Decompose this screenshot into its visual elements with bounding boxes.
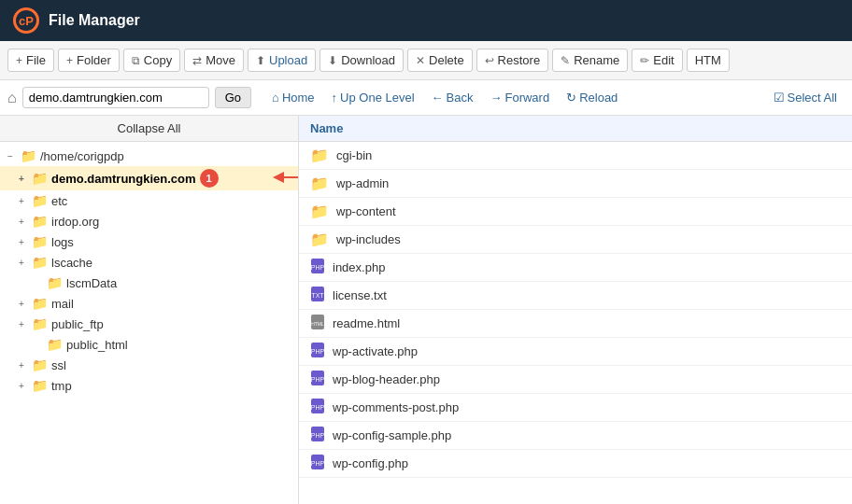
file-row[interactable]: PHP wp-blog-header.php — [299, 366, 852, 394]
file-name: wp-includes — [336, 232, 401, 246]
rename-button[interactable]: ✎ Rename — [552, 49, 628, 72]
home-btn-icon: ⌂ — [272, 91, 279, 105]
name-column-header: Name — [310, 121, 343, 135]
svg-text:PHP: PHP — [311, 264, 325, 271]
file-name: wp-activate.php — [333, 344, 418, 358]
new-file-button[interactable]: + File — [7, 49, 54, 72]
etc-label: etc — [51, 194, 67, 208]
sidebar-item-logs[interactable]: + 📁 logs — [0, 231, 298, 252]
file-tree: − 📁 /home/corigpdp + 📁 demo.damtrungkien… — [0, 142, 298, 399]
move-label: Move — [206, 53, 235, 67]
file-row[interactable]: 📁wp-content — [299, 198, 852, 226]
irdop-folder-icon: 📁 — [32, 214, 48, 229]
delete-button[interactable]: ✕ Delete — [407, 49, 473, 72]
lscmdata-folder-icon: 📁 — [47, 275, 63, 290]
file-row[interactable]: TXT license.txt — [299, 282, 852, 310]
file-row[interactable]: PHP wp-config-sample.php — [299, 422, 852, 450]
sidebar-item-tmp[interactable]: + 📁 tmp — [0, 375, 298, 396]
sidebar-item-public-html[interactable]: 📁 public_html — [0, 334, 298, 355]
sidebar-item-ssl[interactable]: + 📁 ssl — [0, 355, 298, 375]
address-bar: ⌂ Go ⌂ Home ↑ Up One Level ← Back → Forw… — [0, 80, 852, 116]
file-row[interactable]: 📁wp-includes — [299, 226, 852, 254]
edit-label: Edit — [653, 53, 674, 67]
delete-icon: ✕ — [416, 54, 425, 67]
download-label: Download — [341, 53, 395, 67]
plus-icon: + — [66, 54, 73, 67]
copy-button[interactable]: ⧉ Copy — [123, 49, 180, 72]
sidebar-item-irdop[interactable]: + 📁 irdop.org — [0, 211, 298, 231]
sidebar-item-etc[interactable]: + 📁 etc — [0, 190, 298, 211]
folder-icon: 📁 — [310, 231, 329, 248]
reload-button[interactable]: ↻ Reload — [559, 88, 625, 107]
download-icon: ⬇ — [328, 54, 337, 67]
cpanel-logo: cP — [13, 7, 39, 34]
file-row[interactable]: PHP index.php — [299, 254, 852, 282]
collapse-all-button[interactable]: Collapse All — [0, 116, 298, 142]
new-folder-button[interactable]: + Folder — [58, 49, 120, 72]
nav-buttons: ⌂ Home ↑ Up One Level ← Back → Forward ↻… — [264, 88, 625, 107]
html-button[interactable]: HTM — [687, 49, 730, 72]
public-html-folder-icon: 📁 — [47, 337, 63, 352]
reload-icon: ↻ — [566, 91, 576, 105]
minus-toggle: − — [7, 151, 19, 161]
php-file-icon: PHP — [310, 399, 325, 416]
txt-file-icon: TXT — [310, 287, 325, 304]
lscache-label: lscache — [51, 256, 92, 270]
restore-button[interactable]: ↩ Restore — [476, 49, 549, 72]
file-row[interactable]: HTML readme.html — [299, 310, 852, 338]
tree-root[interactable]: − 📁 /home/corigpdp — [0, 146, 298, 166]
file-row[interactable]: PHP wp-comments-post.php — [299, 394, 852, 422]
copy-label: Copy — [144, 53, 172, 67]
file-name: wp-config.php — [333, 456, 408, 470]
tmp-folder-icon: 📁 — [32, 378, 48, 393]
logs-label: logs — [51, 235, 74, 249]
ssl-label: ssl — [51, 358, 66, 372]
sidebar-item-public-ftp[interactable]: + 📁 public_ftp — [0, 314, 298, 334]
restore-icon: ↩ — [485, 54, 494, 67]
sidebar-item-demo[interactable]: + 📁 demo.damtrungkien.com 1 — [0, 166, 298, 190]
file-row[interactable]: 📁wp-admin — [299, 170, 852, 198]
upload-button[interactable]: ⬆ Upload — [248, 49, 316, 72]
sidebar: Collapse All − 📁 /home/corigpdp + 📁 demo… — [0, 116, 299, 504]
back-button[interactable]: ← Back — [424, 88, 481, 107]
copy-icon: ⧉ — [132, 54, 140, 67]
forward-button[interactable]: → Forward — [482, 88, 557, 107]
rename-label: Rename — [574, 53, 619, 67]
plus-icon: + — [16, 54, 22, 67]
sidebar-item-lscmdata[interactable]: 📁 lscmData — [0, 273, 298, 293]
plus-toggle: + — [19, 381, 30, 391]
home-button[interactable]: ⌂ Home — [264, 88, 322, 107]
home-icon: ⌂ — [7, 90, 17, 106]
file-name: wp-content — [336, 204, 396, 218]
header: cP File Manager — [0, 0, 852, 41]
php-file-icon: PHP — [310, 259, 325, 276]
edit-button[interactable]: ✏ Edit — [632, 49, 682, 72]
select-all-button[interactable]: ☑ Select All — [766, 88, 845, 107]
file-row[interactable]: 📁cgi-bin — [299, 142, 852, 170]
file-name: wp-admin — [336, 176, 389, 190]
sidebar-item-mail[interactable]: + 📁 mail — [0, 293, 298, 314]
address-input[interactable] — [22, 87, 209, 108]
file-row[interactable]: PHP wp-activate.php — [299, 338, 852, 366]
forward-label: Forward — [504, 91, 549, 105]
move-icon: ⇄ — [192, 54, 202, 67]
up-one-level-button[interactable]: ↑ Up One Level — [324, 88, 422, 107]
file-name: cgi-bin — [336, 148, 372, 162]
download-button[interactable]: ⬇ Download — [320, 49, 404, 72]
file-row[interactable]: PHP wp-config.php — [299, 450, 852, 478]
plus-toggle: + — [19, 196, 30, 206]
move-button[interactable]: ⇄ Move — [184, 49, 244, 72]
plus-toggle: + — [19, 237, 30, 247]
file-name: license.txt — [333, 288, 387, 302]
svg-text:HTML: HTML — [311, 321, 324, 327]
reload-label: Reload — [579, 91, 618, 105]
arrow-1 — [265, 168, 299, 187]
sidebar-item-lscache[interactable]: + 📁 lscache — [0, 252, 298, 273]
rename-icon: ✎ — [561, 54, 570, 67]
etc-folder-icon: 📁 — [32, 193, 48, 208]
plus-toggle: + — [19, 360, 30, 371]
go-button[interactable]: Go — [215, 87, 251, 108]
svg-text:PHP: PHP — [311, 404, 325, 411]
upload-label: Upload — [269, 53, 307, 67]
html-file-icon: HTML — [310, 315, 325, 332]
